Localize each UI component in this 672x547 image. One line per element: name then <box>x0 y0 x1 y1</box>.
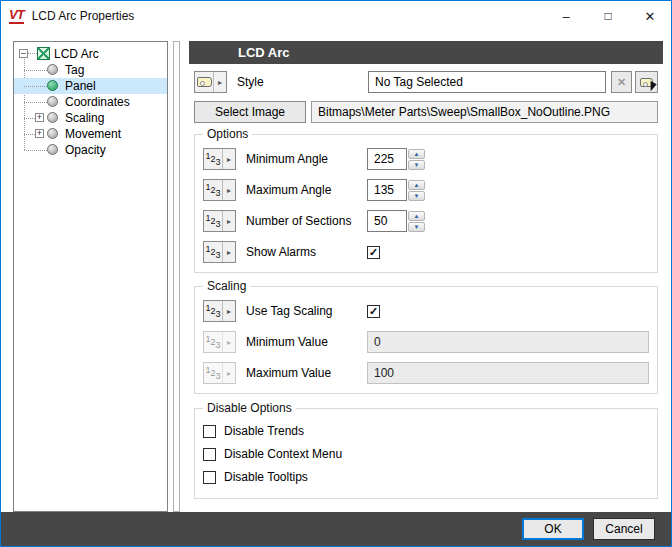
show-alarms-row: 123 ▸ Show Alarms ✓ <box>203 241 649 263</box>
window-controls: – □ ✕ <box>545 1 671 31</box>
use-tag-scaling-tag-split-button[interactable]: 123 ▸ <box>203 300 236 322</box>
tree-item-movement[interactable]: + Movement <box>14 126 167 142</box>
gray-node-icon <box>47 64 58 75</box>
show-alarms-checkbox[interactable]: ✓ <box>367 246 380 259</box>
spin-down-button[interactable]: ▼ <box>408 160 425 170</box>
dialog-footer: OK Cancel <box>1 512 671 546</box>
minimum-value-label: Minimum Value <box>246 335 367 349</box>
pick-tag-button[interactable] <box>635 71 658 93</box>
maximum-angle-input[interactable] <box>367 179 407 201</box>
tree-item-label: Scaling <box>65 110 104 126</box>
arrow-up-icon: ▲ <box>414 151 420 157</box>
expand-expander-icon[interactable]: + <box>35 113 44 122</box>
arrow-up-icon: ▲ <box>414 213 420 219</box>
spin-down-button[interactable]: ▼ <box>408 191 425 201</box>
minimum-angle-spinner: ▲ ▼ <box>367 148 425 170</box>
tree-item-panel[interactable]: Panel <box>14 78 167 94</box>
maximum-angle-tag-split-button[interactable]: 123 ▸ <box>203 179 236 201</box>
show-alarms-label: Show Alarms <box>246 245 367 259</box>
spinner-buttons: ▲ ▼ <box>408 149 425 170</box>
use-tag-scaling-checkbox[interactable]: ✓ <box>367 305 380 318</box>
close-button[interactable]: ✕ <box>629 1 671 31</box>
maximum-value-row: 123 ▸ Maximum Value <box>203 362 649 384</box>
disable-trends-row: Disable Trends <box>203 421 649 441</box>
numeric-tag-icon: 123 <box>204 301 223 321</box>
tree-stub <box>24 150 47 151</box>
disable-options-group-title: Disable Options <box>203 401 296 415</box>
style-row: ▸ Style ✕ <box>194 71 658 93</box>
scaling-group-title: Scaling <box>203 279 250 293</box>
maximum-value-label: Maximum Value <box>246 366 367 380</box>
chevron-right-icon: ▸ <box>223 363 235 383</box>
style-tag-split-button[interactable]: ▸ <box>194 71 227 93</box>
tree-stub <box>24 118 35 119</box>
numeric-tag-icon: 123 <box>204 180 223 200</box>
minimum-angle-tag-split-button[interactable]: 123 ▸ <box>203 148 236 170</box>
spin-up-button[interactable]: ▲ <box>408 211 425 221</box>
tag-picker-icon <box>640 78 653 87</box>
minimize-button[interactable]: – <box>545 1 587 31</box>
minimum-value-row: 123 ▸ Minimum Value <box>203 331 649 353</box>
image-row: Select Image Bitmaps\Meter Parts\Sweep\S… <box>194 101 658 123</box>
tree-item-label: Movement <box>65 126 121 142</box>
minimum-value-input <box>367 331 649 353</box>
ok-button[interactable]: OK <box>522 518 584 540</box>
arrow-up-icon: ▲ <box>414 182 420 188</box>
chevron-right-icon: ▸ <box>223 149 235 169</box>
number-of-sections-input[interactable] <box>367 210 407 232</box>
disable-context-menu-checkbox[interactable] <box>203 448 216 461</box>
clear-x-icon: ✕ <box>617 76 626 89</box>
arrow-down-icon: ▼ <box>414 193 420 199</box>
spin-down-button[interactable]: ▼ <box>408 222 425 232</box>
tree-item-label: Tag <box>65 62 84 78</box>
disable-trends-label: Disable Trends <box>224 424 304 438</box>
clear-style-button[interactable]: ✕ <box>611 71 632 93</box>
cancel-button[interactable]: Cancel <box>593 518 655 540</box>
spinner-buttons: ▲ ▼ <box>408 180 425 201</box>
number-of-sections-tag-split-button[interactable]: 123 ▸ <box>203 210 236 232</box>
maximize-button[interactable]: □ <box>587 1 629 31</box>
minimum-value-tag-split-button: 123 ▸ <box>203 331 236 353</box>
tree-item-opacity[interactable]: Opacity <box>14 142 167 158</box>
collapse-expander-icon[interactable]: – <box>19 49 28 58</box>
tree-item-scaling[interactable]: + Scaling <box>14 110 167 126</box>
disable-tooltips-checkbox[interactable] <box>203 471 216 484</box>
disable-tooltips-row: Disable Tooltips <box>203 467 649 487</box>
gray-node-icon <box>47 112 58 123</box>
expand-expander-icon[interactable]: + <box>35 129 44 138</box>
tree-stub <box>24 134 35 135</box>
tree-panel-splitter[interactable] <box>173 41 180 512</box>
green-node-icon <box>47 80 58 91</box>
cursor-arrow-icon <box>646 80 656 91</box>
minimum-angle-row: 123 ▸ Minimum Angle ▲ ▼ <box>203 148 649 170</box>
tree-stub <box>24 102 47 103</box>
tree-root-lcd-arc[interactable]: – LCD Arc <box>14 46 167 62</box>
panel-title-bar: LCD Arc <box>189 41 663 64</box>
disable-trends-checkbox[interactable] <box>203 425 216 438</box>
lcd-arc-properties-dialog: VT LCD Arc Properties – □ ✕ – LCD Arc Ta… <box>0 0 672 547</box>
chevron-right-icon: ▸ <box>214 72 226 92</box>
chevron-right-icon: ▸ <box>223 332 235 352</box>
number-of-sections-label: Number of Sections <box>246 214 367 228</box>
tree-item-tag[interactable]: Tag <box>14 62 167 78</box>
tree-stub <box>28 53 37 54</box>
tree-item-coordinates[interactable]: Coordinates <box>14 94 167 110</box>
scaling-group: Scaling 123 ▸ Use Tag Scaling ✓ 123 ▸ Mi… <box>194 286 658 394</box>
gray-node-icon <box>47 144 58 155</box>
spin-up-button[interactable]: ▲ <box>408 149 425 159</box>
options-group: Options 123 ▸ Minimum Angle ▲ ▼ 123 <box>194 134 658 273</box>
disable-options-group: Disable Options Disable Trends Disable C… <box>194 408 658 499</box>
disable-context-menu-label: Disable Context Menu <box>224 447 342 461</box>
minimum-angle-input[interactable] <box>367 148 407 170</box>
use-tag-scaling-label: Use Tag Scaling <box>246 304 367 318</box>
spin-up-button[interactable]: ▲ <box>408 180 425 190</box>
numeric-tag-icon: 123 <box>204 211 223 231</box>
property-tree: – LCD Arc Tag Panel Coordinates + Scalin… <box>13 41 168 512</box>
checkmark-icon: ✓ <box>369 306 378 317</box>
numeric-tag-icon: 123 <box>204 363 223 383</box>
style-input[interactable] <box>368 71 606 93</box>
show-alarms-tag-split-button[interactable]: 123 ▸ <box>203 241 236 263</box>
minimum-angle-label: Minimum Angle <box>246 152 367 166</box>
maximum-angle-label: Maximum Angle <box>246 183 367 197</box>
select-image-button[interactable]: Select Image <box>194 101 306 123</box>
